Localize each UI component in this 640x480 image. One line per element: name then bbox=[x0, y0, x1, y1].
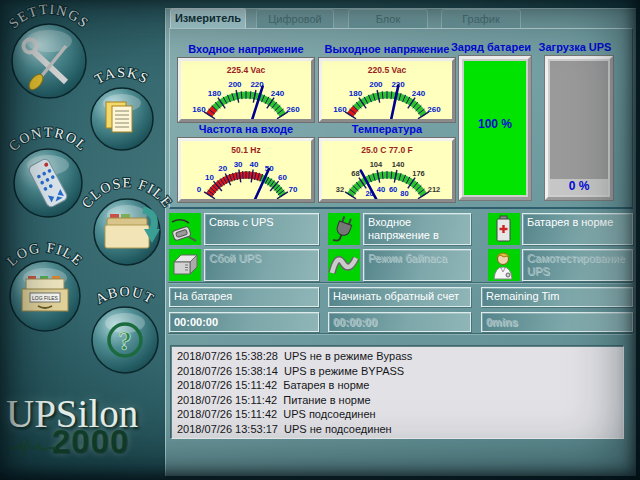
bar-percent-text: 0 % bbox=[550, 179, 608, 195]
bar-percent-text: 100 % bbox=[464, 117, 526, 131]
close-file-button[interactable]: CLOSE FILE bbox=[79, 175, 175, 265]
main-panel: ИзмерительЦифровойБлокГрафик Входное нап… bbox=[165, 8, 636, 476]
log-entry: 2018/07/26 15:38:14 UPS в режиме BYPASS bbox=[177, 364, 618, 379]
upsilon-logo: UPSilon 2000 bbox=[6, 394, 164, 461]
log-entry: 2018/07/26 15:11:42 UPS подсоединен bbox=[177, 407, 618, 422]
bar-title: Заряд батареи bbox=[447, 41, 535, 53]
svg-text:212: 212 bbox=[428, 185, 441, 194]
about-label: ABOUT bbox=[93, 284, 157, 307]
tab-1[interactable]: Измеритель bbox=[170, 8, 246, 28]
svg-text:160: 160 bbox=[333, 105, 347, 114]
log-drawer-icon: LOG FILES bbox=[22, 276, 68, 311]
event-log[interactable]: 2018/07/26 15:38:28 UPS не в режиме Bypa… bbox=[171, 346, 624, 439]
status-label: Входное напряжение в норме bbox=[363, 213, 471, 245]
svg-text:?: ? bbox=[118, 326, 132, 356]
svg-text:60: 60 bbox=[389, 185, 397, 194]
bypass-wave-icon bbox=[328, 249, 360, 281]
svg-text:70: 70 bbox=[289, 185, 298, 194]
gauge-input-voltage: 160180200220240260225.4 Vac bbox=[178, 58, 314, 122]
log-entry: 2018/07/26 15:11:42 Батарея в норме bbox=[177, 378, 618, 393]
logo-text-2000: 2000 bbox=[52, 423, 164, 461]
svg-text:240: 240 bbox=[271, 89, 285, 98]
svg-text:10: 10 bbox=[205, 173, 214, 182]
documents-icon bbox=[106, 102, 132, 132]
svg-text:160: 160 bbox=[192, 105, 206, 114]
svg-text:68: 68 bbox=[351, 169, 359, 178]
status-label: Режим байпаса bbox=[363, 249, 471, 281]
svg-text:80: 80 bbox=[400, 189, 408, 198]
separator bbox=[168, 333, 632, 334]
gauge-title: Выходное напряжение bbox=[319, 43, 455, 55]
status-label: Сбой UPS bbox=[204, 249, 319, 281]
svg-text:50.1 Hz: 50.1 Hz bbox=[231, 145, 260, 155]
bar-inner: 100 % bbox=[464, 61, 526, 195]
timer-label: Remaining Tim bbox=[481, 287, 633, 307]
battery-icon bbox=[488, 213, 520, 245]
svg-text:30: 30 bbox=[234, 160, 243, 169]
svg-text:40: 40 bbox=[377, 185, 385, 194]
log-entry: 2018/07/26 15:11:42 Питание в норме bbox=[177, 393, 618, 408]
svg-text:200: 200 bbox=[228, 80, 242, 89]
svg-text:260: 260 bbox=[427, 105, 441, 114]
gauge-output-voltage: 160180200220240260220.5 Vac bbox=[319, 58, 455, 122]
svg-text:180: 180 bbox=[349, 89, 363, 98]
battery-charge-bar: 100 % bbox=[459, 56, 531, 200]
tab-4[interactable]: График bbox=[441, 9, 521, 28]
svg-text:225.4 Vac: 225.4 Vac bbox=[227, 65, 266, 75]
svg-text:40: 40 bbox=[249, 160, 258, 169]
separator bbox=[168, 282, 632, 283]
log-entry: 2018/07/26 13:53:17 UPS не подсоединен bbox=[177, 422, 618, 437]
svg-text:32: 32 bbox=[336, 185, 344, 194]
power-plug-icon bbox=[328, 213, 360, 245]
ups-load-bar: 0 % bbox=[545, 56, 613, 200]
svg-text:0: 0 bbox=[197, 185, 202, 194]
svg-text:25.0 C 77.0 F: 25.0 C 77.0 F bbox=[361, 145, 413, 155]
svg-text:60: 60 bbox=[278, 173, 287, 182]
gauge-temperature: 020406080100326810414017621225.0 C 77.0 … bbox=[319, 138, 455, 202]
svg-text:0: 0 bbox=[359, 198, 363, 199]
svg-text:20: 20 bbox=[218, 164, 227, 173]
log-file-button[interactable]: LOG FILE LOG FILES bbox=[4, 240, 86, 331]
gauge-title: Частота на входе bbox=[178, 123, 314, 135]
svg-text:100: 100 bbox=[407, 198, 420, 199]
about-button[interactable]: ABOUT ? bbox=[92, 284, 158, 373]
svg-text:176: 176 bbox=[412, 169, 425, 178]
svg-text:104: 104 bbox=[370, 160, 383, 169]
self-test-icon bbox=[488, 249, 520, 281]
svg-text:180: 180 bbox=[208, 89, 222, 98]
svg-text:220.5 Vac: 220.5 Vac bbox=[368, 65, 407, 75]
ecg-line-icon bbox=[8, 438, 58, 456]
svg-text:260: 260 bbox=[286, 105, 300, 114]
log-entry: 2018/07/26 15:38:28 UPS не в режиме Bypa… bbox=[177, 349, 618, 364]
gauge-input-frequency: 01020304050607050.1 Hz bbox=[178, 138, 314, 202]
control-button[interactable]: CONTROL bbox=[6, 125, 90, 217]
gauge-title: Температура bbox=[319, 123, 455, 135]
status-label: Самотестирование UPS bbox=[522, 249, 633, 281]
tab-2[interactable]: Цифровой bbox=[256, 9, 334, 28]
bar-inner: 0 % bbox=[550, 61, 608, 195]
settings-button[interactable]: SETTINGS bbox=[6, 2, 92, 98]
status-label: Батарея в норме bbox=[522, 213, 633, 245]
svg-text:140: 140 bbox=[392, 160, 405, 169]
tab-3[interactable]: Блок bbox=[348, 9, 428, 28]
timer-value: 0mins bbox=[481, 312, 633, 332]
tasks-button[interactable]: TASKS bbox=[91, 65, 153, 150]
status-label: Связь с UPS bbox=[204, 213, 319, 245]
svg-text:200: 200 bbox=[369, 80, 383, 89]
timer-value: 00:00:00 bbox=[169, 312, 319, 332]
tasks-label: TASKS bbox=[92, 65, 152, 87]
bar-title: Загрузка UPS bbox=[533, 41, 617, 53]
timer-label: На батарея bbox=[169, 287, 319, 307]
gauge-title: Входное напряжение bbox=[178, 43, 314, 55]
svg-text:240: 240 bbox=[412, 89, 426, 98]
timer-label: Начинать обратный счет bbox=[328, 287, 471, 307]
main-window: SETTINGS TASKS bbox=[0, 0, 640, 480]
timer-value: 00:00:00 bbox=[328, 312, 471, 332]
log-drawer-label: LOG FILES bbox=[32, 295, 59, 301]
